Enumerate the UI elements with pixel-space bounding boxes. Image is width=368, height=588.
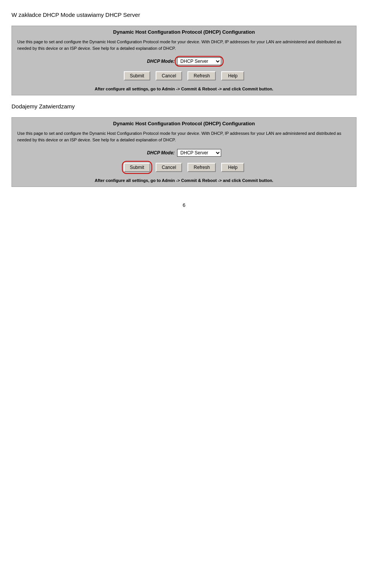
panel2-cancel-button[interactable]: Cancel [156,163,182,172]
panel2-title: Dynamic Host Configuration Protocol (DHC… [12,118,356,129]
panel1-help-button[interactable]: Help [221,71,244,80]
panel1-mode-select[interactable]: DHCP Server DHCP Relay DHCP Disabled [177,57,221,65]
panel1-mode-select-wrapper: DHCP Server DHCP Relay DHCP Disabled [177,57,221,65]
panel1-description: Use this page to set and configure the D… [12,37,356,54]
panel1-mode-row: DHCP Mode: DHCP Server DHCP Relay DHCP D… [12,54,356,69]
panel2-mode-label: DHCP Mode: [147,150,174,156]
panel1-cancel-button[interactable]: Cancel [156,71,182,80]
panel1-title: Dynamic Host Configuration Protocol (DHC… [12,26,356,37]
dhcp-panel-1: Dynamic Host Configuration Protocol (DHC… [12,26,356,95]
panel2-submit-button[interactable]: Submit [124,163,150,172]
page-number: 6 [12,202,356,208]
page-heading: W zakładce DHCP Mode ustawiamy DHCP Serv… [12,11,356,18]
panel1-refresh-button[interactable]: Refresh [187,71,216,80]
panel2-button-row: Submit Cancel Refresh Help [12,161,356,176]
panel1-footer: After configure all settings, go to Admi… [12,84,356,95]
panel2-submit-wrapper: Submit [124,163,150,172]
page-subheading: Dodajemy Zatwierdzamy [12,103,356,110]
panel2-help-button[interactable]: Help [221,163,244,172]
panel1-submit-button[interactable]: Submit [124,71,150,80]
panel2-mode-select[interactable]: DHCP Server DHCP Relay DHCP Disabled [177,149,221,157]
panel2-footer: After configure all settings, go to Admi… [12,176,356,187]
panel1-mode-label: DHCP Mode: [147,59,174,64]
panel1-button-row: Submit Cancel Refresh Help [12,69,356,84]
panel2-mode-select-wrapper: DHCP Server DHCP Relay DHCP Disabled [177,149,221,157]
panel2-mode-row: DHCP Mode: DHCP Server DHCP Relay DHCP D… [12,146,356,161]
panel2-refresh-button[interactable]: Refresh [187,163,216,172]
panel2-description: Use this page to set and configure the D… [12,129,356,146]
dhcp-panel-2: Dynamic Host Configuration Protocol (DHC… [12,117,356,187]
